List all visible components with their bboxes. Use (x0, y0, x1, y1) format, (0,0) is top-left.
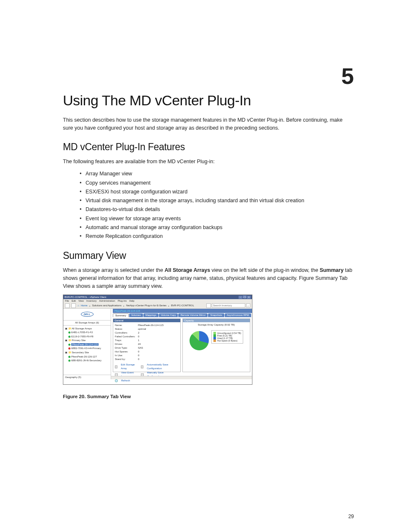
menu-plugins[interactable]: Plug-ins (118, 300, 127, 302)
capacity-panel: Capacity Storage Array Capacity (8.92 TB… (182, 318, 250, 372)
list-item: Virtual disk management in the storage a… (80, 196, 354, 205)
list-item: Copy services management (80, 179, 354, 188)
search-box: ⌕ (206, 303, 250, 308)
window-buttons[interactable]: -▢× (238, 295, 251, 299)
tab-volume-copy[interactable]: Volume Copy (159, 313, 178, 317)
tab-summary[interactable]: Summary (113, 313, 129, 317)
tree-folder-primary[interactable]: ▣ 📁 Primary Site (65, 339, 109, 343)
tab-mappings[interactable]: Mappings (143, 313, 158, 317)
home-icon[interactable]: ⌂ (78, 304, 79, 307)
menu-bar[interactable]: File Edit View Inventory Administration … (63, 299, 252, 303)
list-item: Automatic and manual storage array confi… (80, 223, 354, 232)
general-panel: General Name:PikesPeak-26-114-115 Status… (113, 318, 181, 372)
tab-volumes[interactable]: Volumes (129, 313, 143, 317)
list-item: Array Manager view (80, 170, 354, 178)
page-title: Using The MD vCenter Plug-In (63, 92, 354, 109)
section-summary-heading: Summary View (63, 250, 354, 261)
right-panel: PikesPeak-26-114-115 Summary Volumes Map… (111, 309, 252, 379)
section-summary-body: When a storage array is selected under t… (63, 266, 354, 290)
status-bar (111, 376, 252, 379)
features-list: Array Manager view Copy services managem… (80, 170, 354, 241)
toolbar: ⌂ Home ▸ Solutions and Applications ▸ Ne… (63, 303, 252, 309)
back-button[interactable] (65, 303, 70, 308)
window-title: BVR-PC-COMTROL - vSphere Client (65, 296, 106, 298)
breadcrumb-plugin[interactable]: NetApp vCenter Plug-in for E-Series (126, 304, 166, 307)
autosave-icon (141, 365, 143, 368)
intro-paragraph: This section describes how to use the st… (63, 116, 354, 132)
general-links: Edit Storage Array Automatically Save Co… (115, 363, 179, 383)
tab-async-rpm[interactable]: Asynchronous RPM (225, 313, 251, 317)
tree-root[interactable]: ▣ 📁 All Storage Arrays (65, 327, 109, 331)
tree-folder-secondary[interactable]: ▣ 📁 Secondary Site (65, 351, 109, 355)
tree-item[interactable]: 68B-8291-J9-I6-Secondary (65, 359, 109, 363)
search-input[interactable] (212, 303, 245, 308)
search-icon[interactable]: ⌕ (246, 303, 250, 308)
geography-footer[interactable]: Geography (5) (63, 375, 111, 379)
breadcrumb-home[interactable]: Home (81, 304, 88, 307)
menu-view[interactable]: View (78, 300, 84, 302)
menu-inventory[interactable]: Inventory (86, 300, 97, 302)
menu-file[interactable]: File (65, 300, 69, 302)
breadcrumb-host[interactable]: BVR-PC-COMTROL (171, 304, 194, 307)
tree-item[interactable]: E4B1-L7055-F1-F2 (65, 331, 109, 335)
forward-button[interactable] (71, 303, 76, 308)
list-item: ESX/ESXi host storage configuration wiza… (80, 188, 354, 196)
section-features-lead: The following features are available fro… (63, 158, 354, 166)
vsphere-screenshot: BVR-PC-COMTROL - vSphere Client -▢× File… (63, 295, 252, 385)
selected-array-bar: PikesPeak-26-114-115 (113, 309, 252, 313)
tree-item[interactable]: 68B2-7091-K3-H4-Primary (65, 347, 109, 351)
breadcrumb-solutions[interactable]: Solutions and Applications (92, 304, 122, 307)
figure-caption: Figure 20. Summary Tab View (63, 393, 354, 400)
list-item: Event log viewer for storage array event… (80, 214, 354, 223)
tree-item[interactable]: E119-2-7055-F9-F8 (65, 335, 109, 339)
tab-remote-mirror[interactable]: Remote Volume Mirror (178, 313, 208, 317)
window-titlebar: BVR-PC-COMTROL - vSphere Client -▢× (63, 295, 252, 299)
autosave-link[interactable]: Automatically Save Configuration (147, 363, 179, 371)
dell-logo: DELL (63, 309, 111, 321)
maximize-icon[interactable]: ▢ (243, 295, 247, 298)
arrays-header: All Storage Arrays (6) (63, 321, 111, 326)
chapter-number: 5 (341, 63, 354, 89)
minimize-icon[interactable]: - (239, 296, 242, 299)
list-item: Datastores-to-virtual disk details (80, 205, 354, 214)
close-icon[interactable]: × (247, 296, 251, 299)
capacity-panel-title: Capacity (183, 319, 250, 322)
section-features-heading: MD vCenter Plug-In Features (63, 141, 354, 153)
capacity-heading: Storage Array Capacity (8.92 TB) (184, 323, 248, 326)
page-number: 29 (348, 514, 354, 519)
general-panel-title: General (113, 319, 180, 322)
list-item: Remote Replication configuration (80, 232, 354, 241)
refresh-icon (115, 379, 118, 382)
edit-array-link[interactable]: Edit Storage Array (121, 363, 138, 371)
refresh-link[interactable]: Refresh (121, 379, 130, 383)
tab-snapshots[interactable]: Snapshots (208, 313, 224, 317)
capacity-pie-chart (190, 331, 209, 350)
capacity-legend: Unconfigured (2.54 TB) Free (5.21 TB) Us… (211, 330, 243, 344)
edit-icon (115, 365, 117, 368)
tree-item-selected[interactable]: PikesPeak-26-114-115 (65, 343, 109, 347)
menu-help[interactable]: Help (129, 300, 134, 302)
storage-tree[interactable]: ▣ 📁 All Storage Arrays E4B1-L7055-F1-F2 … (63, 326, 111, 375)
inventory-icon[interactable] (206, 303, 211, 308)
menu-administration[interactable]: Administration (99, 300, 115, 302)
left-panel: DELL All Storage Arrays (6) ▣ 📁 All Stor… (63, 309, 111, 379)
menu-edit[interactable]: Edit (72, 300, 76, 302)
tab-bar: Summary Volumes Mappings Volume Copy Rem… (113, 313, 252, 317)
tree-item[interactable]: PikesPeak-26-126-127 (65, 355, 109, 359)
